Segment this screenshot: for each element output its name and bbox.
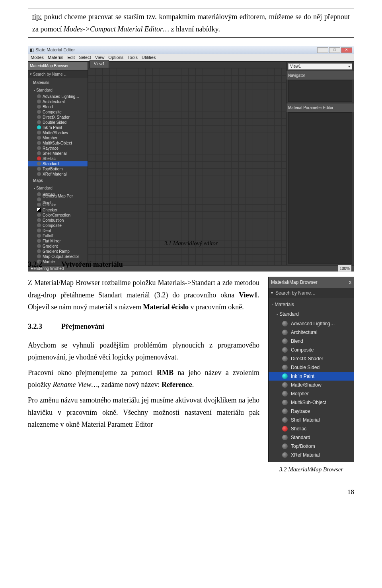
material-swatch-icon [282,347,288,353]
material-swatch-icon [37,131,41,135]
reference: Reference [162,381,192,389]
tip-menu: Modes->Compact Material Editor… [64,25,169,33]
menu-modes[interactable]: Modes [31,54,44,61]
tree-item[interactable]: Shell Material [28,151,88,156]
mmb-search[interactable]: ▾ Search by Name… [269,288,354,298]
material-swatch-icon [37,172,41,176]
tree-item[interactable]: Camera Map Per Pixel [28,197,88,202]
menu-options[interactable]: Options [108,54,123,61]
mmb-item[interactable]: Morpher [269,389,354,398]
zoom-level[interactable]: 100% [338,265,351,272]
view-tab-view1[interactable]: View1 [90,60,109,68]
tree-item[interactable]: Flat Mirror [28,238,88,244]
material-swatch-icon [282,338,288,344]
minimize-button[interactable]: – [317,47,328,53]
mmb-sub-standard[interactable]: - Standard [269,309,354,319]
mmb-item[interactable]: Matte/Shadow [269,381,354,389]
slate-editor-window: ◧ Slate Material Editor – □ ✕ Modes Mate… [28,46,354,237]
mmb-item-label: Double Sided [291,363,320,371]
search-placeholder[interactable]: Search by Name … [33,71,68,78]
mmb-item[interactable]: Architectural [269,328,354,337]
tree-item[interactable]: Matte/Shadow [28,130,88,135]
mmb-group-materials[interactable]: - Materials [269,300,354,309]
mmb-item[interactable]: Ink 'n Paint [269,372,354,381]
mmb-titlebar[interactable]: Material/Map Browser x [269,277,354,287]
mmb-item-label: Multi/Sub-Object [291,399,326,406]
close-icon[interactable]: x [349,278,351,286]
mmb-item[interactable]: XRef Material [269,451,354,459]
mmb-item[interactable]: Composite [269,346,354,354]
mmb-search-placeholder[interactable]: Search by Name… [275,289,316,297]
menu-material[interactable]: Material [48,54,63,61]
tree-sub-maps-standard[interactable]: - Standard [28,184,88,192]
material-swatch-icon [282,356,288,361]
map-swatch-icon [37,229,41,232]
section-title: Přejmenování [61,320,104,333]
mmb-item-label: Standard [291,434,310,441]
material-map-browser-panel: Material/Map Browser x ▾ Search by Name…… [268,277,354,462]
mmb-item[interactable]: Double Sided [269,363,354,372]
material-swatch-icon [282,321,288,326]
maximize-button[interactable]: □ [329,47,340,53]
browser-header: Material/Map Browser [28,62,88,70]
browser-search[interactable]: ▾ Search by Name … [28,70,88,78]
close-button[interactable]: ✕ [341,47,352,53]
node-canvas[interactable] [88,68,286,265]
navigator-panel[interactable] [288,80,352,102]
text-column: Z Material/Map Browser rozbalíme položku… [28,277,259,434]
browser-tree[interactable]: - Materials - Standard Advanced Lighting… [28,78,88,265]
mmb-item[interactable]: Raytrace [269,407,354,416]
mmb-item[interactable]: Shell Material [269,416,354,424]
material-swatch-icon [37,94,41,98]
material-swatch-icon [37,115,41,119]
tip-label: tip: [32,13,42,21]
map-swatch-icon [37,249,41,253]
menu-tools[interactable]: Tools [127,54,138,61]
tree-item[interactable]: Composite [28,223,88,228]
material-swatch-icon [37,156,41,160]
rename-view: Rename View… [53,381,98,389]
mmb-item[interactable]: DirectX Shader [269,354,354,363]
menu-utilities[interactable]: Utilities [142,54,156,61]
center-col: View1 [88,62,286,265]
mmb-item[interactable]: Top/Bottom [269,442,354,451]
material-swatch-icon [282,400,288,405]
material-map-browser: Material/Map Browser ▾ Search by Name … … [28,62,88,265]
material-swatch-icon [37,167,41,171]
material-swatch-icon [282,382,288,388]
material-swatch-icon [282,408,288,414]
view-dropdown[interactable]: View1 ▾ [288,63,352,70]
p-3-2-3-a: Abychom se vyhnuli pozdějším problémům p… [28,339,259,363]
mmb-tree[interactable]: - Materials - Standard Advanced Lighting… [269,298,354,462]
tree-group-maps[interactable]: - Maps [28,177,88,184]
mmb-item-label: Shellac [291,425,306,433]
mmb-item[interactable]: Advanced Lighting… [269,319,354,328]
chevron-down-icon[interactable]: ▾ [30,71,32,77]
map-swatch-icon [37,203,41,207]
window-titlebar[interactable]: ◧ Slate Material Editor – □ ✕ [28,46,354,54]
menubar[interactable]: Modes Material Edit Select View Options … [28,54,354,61]
chevron-down-icon[interactable]: ▾ [271,289,273,296]
mmb-item-label: Morpher [291,390,309,398]
menu-edit[interactable]: Edit [67,54,75,61]
material-swatch-icon [37,136,41,140]
p-3-2-3-b: Pracovní okno přejmenujeme za pomocí RMB… [28,367,259,391]
param-editor-panel[interactable] [288,112,352,264]
mmb-item[interactable]: Standard [269,433,354,442]
material-swatch-icon [37,125,41,129]
map-swatch-icon [37,218,41,222]
mmb-item-label: DirectX Shader [291,355,323,363]
page-number: 18 [28,486,354,498]
map-swatch-icon [37,213,41,217]
section-3-2-3-heading: 3.2.3 Přejmenování [28,320,259,333]
tree-item[interactable]: XRef Material [28,172,88,177]
tree-group-materials[interactable]: - Materials [28,79,88,86]
material-swatch-icon [282,365,288,370]
view-tab-strip: View1 [88,62,286,68]
mmb-item[interactable]: Multi/Sub-Object [269,398,354,407]
mmb-item[interactable]: Shellac [269,424,354,433]
map-swatch-icon [37,192,41,196]
material-swatch-icon [282,426,288,432]
material-swatch-icon [37,141,41,145]
mmb-item[interactable]: Blend [269,337,354,346]
